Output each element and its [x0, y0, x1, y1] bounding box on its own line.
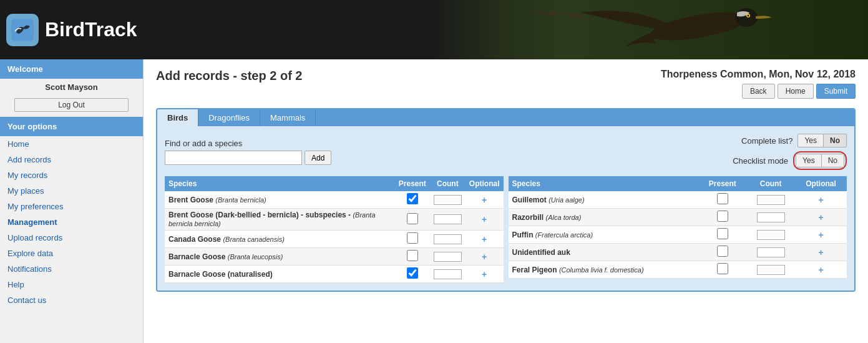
main-layout: Welcome Scott Mayson Log Out Your option…	[0, 59, 868, 343]
optional-cell: +	[795, 244, 847, 261]
optional-plus-button[interactable]: +	[480, 252, 488, 262]
sidebar-item-my-records[interactable]: My records	[0, 167, 143, 183]
count-input[interactable]	[434, 269, 462, 279]
optional-plus-button[interactable]: +	[817, 247, 824, 257]
optional-plus-button[interactable]: +	[817, 212, 824, 222]
table-row: Brent Goose (Branta bernicla)+	[165, 191, 504, 209]
present-checkbox[interactable]	[717, 263, 728, 274]
sidebar-item-my-preferences[interactable]: My preferences	[0, 199, 143, 214]
present-cell	[699, 226, 747, 244]
your-options-header: Your options	[0, 117, 143, 136]
species-name-cell: Brent Goose (Branta bernicla)	[165, 191, 395, 209]
optional-plus-button[interactable]: +	[480, 195, 488, 205]
count-input[interactable]	[434, 214, 462, 224]
optional-plus-button[interactable]: +	[480, 269, 488, 279]
search-input-row: Add	[165, 151, 331, 165]
svg-point-3	[735, 8, 758, 27]
logout-button[interactable]: Log Out	[14, 98, 129, 112]
optional-cell: +	[795, 261, 847, 279]
sidebar-item-help[interactable]: Help	[0, 277, 143, 292]
count-input[interactable]	[434, 195, 462, 205]
left-count-col: Count	[430, 176, 466, 191]
tab-mammals[interactable]: Mammals	[260, 109, 316, 126]
count-cell	[430, 266, 466, 283]
species-name-cell: Guillemot (Uria aalge)	[509, 191, 699, 209]
sidebar-item-my-places[interactable]: My places	[0, 183, 143, 199]
count-cell	[746, 226, 795, 244]
count-cell	[430, 209, 466, 231]
optional-plus-button[interactable]: +	[817, 265, 824, 275]
count-input[interactable]	[757, 247, 785, 257]
count-input[interactable]	[757, 212, 785, 222]
app-name: BirdTrack	[45, 18, 137, 41]
optional-plus-button[interactable]: +	[480, 234, 488, 244]
present-checkbox[interactable]	[407, 267, 418, 279]
species-name-cell: Brent Goose (Dark-bellied - bernicla) - …	[165, 209, 395, 231]
present-checkbox[interactable]	[717, 228, 728, 239]
sidebar-item-home[interactable]: Home	[0, 136, 143, 152]
logo-icon	[6, 14, 39, 46]
back-button[interactable]: Back	[742, 84, 775, 99]
right-count-col: Count	[746, 176, 795, 191]
svg-rect-1	[431, 0, 868, 59]
main-content: Add records - step 2 of 2 Thorpeness Com…	[144, 59, 868, 343]
count-cell	[746, 261, 795, 279]
header-decoration	[431, 0, 868, 59]
location-date: Thorpeness Common, Mon, Nov 12, 2018	[661, 69, 856, 80]
complete-list-no-button[interactable]: No	[824, 134, 847, 147]
sidebar-item-upload-records[interactable]: Upload records	[0, 230, 143, 246]
add-species-button[interactable]: Add	[305, 151, 331, 165]
sidebar-item-explore-data[interactable]: Explore data	[0, 246, 143, 261]
present-checkbox[interactable]	[717, 246, 728, 257]
svg-point-5	[748, 15, 749, 17]
complete-list-yes-button[interactable]: Yes	[797, 134, 824, 147]
species-name-cell: Razorbill (Alca torda)	[509, 209, 699, 226]
count-input[interactable]	[757, 195, 785, 205]
present-checkbox[interactable]	[407, 250, 418, 261]
species-name-cell: Barnacle Goose (naturalised)	[165, 266, 395, 283]
species-search-row: Find or add a species Add Complete list?…	[165, 134, 847, 170]
present-checkbox[interactable]	[717, 193, 728, 204]
count-input[interactable]	[434, 252, 462, 262]
count-input[interactable]	[434, 234, 462, 244]
left-table-body: Brent Goose (Branta bernicla)+Brent Goos…	[165, 191, 504, 283]
sidebar-item-add-records[interactable]: Add records	[0, 152, 143, 167]
count-input[interactable]	[757, 230, 785, 240]
optional-cell: +	[795, 209, 847, 226]
optional-cell: +	[466, 209, 504, 231]
present-cell	[699, 261, 747, 279]
sidebar-item-notifications[interactable]: Notifications	[0, 261, 143, 277]
count-cell	[430, 248, 466, 266]
left-optional-col: Optional	[466, 176, 504, 191]
sidebar-item-contact-us[interactable]: Contact us	[0, 292, 143, 308]
sidebar-item-management[interactable]: Management	[0, 214, 143, 230]
user-name: Scott Mayson	[0, 79, 143, 96]
present-checkbox[interactable]	[407, 193, 418, 204]
tab-dragonflies[interactable]: Dragonflies	[198, 109, 260, 126]
checklist-no-button[interactable]: No	[822, 154, 844, 167]
table-row: Barnacle Goose (Branta leucopsis)+	[165, 248, 504, 266]
home-button[interactable]: Home	[778, 84, 814, 99]
species-search-input[interactable]	[165, 151, 302, 165]
checklist-yes-button[interactable]: Yes	[796, 154, 822, 167]
optional-cell: +	[795, 191, 847, 209]
tabs-container: BirdsDragonfliesMammals Find or add a sp…	[156, 108, 856, 292]
optional-plus-button[interactable]: +	[480, 214, 488, 224]
species-search-right: Complete list? Yes No Checklist mode Yes…	[733, 134, 847, 170]
present-cell	[699, 244, 747, 261]
present-cell	[699, 209, 747, 226]
present-checkbox[interactable]	[407, 232, 418, 244]
app-header: BirdTrack	[0, 0, 868, 59]
complete-list-row: Complete list? Yes No	[741, 134, 847, 147]
present-checkbox[interactable]	[717, 211, 728, 222]
optional-plus-button[interactable]: +	[817, 230, 824, 240]
tab-birds[interactable]: Birds	[157, 109, 198, 126]
submit-button[interactable]: Submit	[816, 84, 856, 99]
optional-plus-button[interactable]: +	[817, 195, 824, 205]
find-species-label: Find or add a species	[165, 139, 331, 148]
table-row: Razorbill (Alca torda)+	[509, 209, 847, 226]
present-checkbox[interactable]	[407, 213, 418, 224]
optional-cell: +	[795, 226, 847, 244]
count-input[interactable]	[757, 265, 785, 275]
table-row: Brent Goose (Dark-bellied - bernicla) - …	[165, 209, 504, 231]
